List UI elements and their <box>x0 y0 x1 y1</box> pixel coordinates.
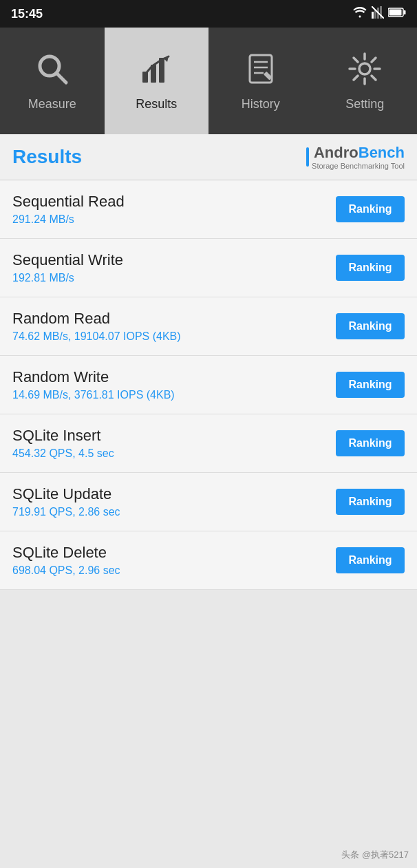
status-icons <box>352 6 406 21</box>
result-row: Sequential Read291.24 MB/sRanking <box>0 180 417 239</box>
ranking-button[interactable]: Ranking <box>336 547 405 573</box>
gear-icon <box>347 51 383 92</box>
battery-icon <box>388 8 406 20</box>
tab-results[interactable]: Results <box>105 28 209 134</box>
ranking-button[interactable]: Ranking <box>336 255 405 281</box>
brand-tagline: Storage Benchmarking Tool <box>312 162 405 170</box>
result-info: Sequential Read291.24 MB/s <box>12 193 336 226</box>
result-name: Random Read <box>12 310 336 328</box>
wifi-icon <box>352 7 367 21</box>
result-value: 719.91 QPS, 2.86 sec <box>12 506 336 518</box>
svg-rect-6 <box>404 10 406 14</box>
ranking-button[interactable]: Ranking <box>336 430 405 456</box>
svg-line-9 <box>56 73 66 83</box>
tab-measure[interactable]: Measure <box>0 28 105 134</box>
result-value: 291.24 MB/s <box>12 213 336 226</box>
tab-results-label: Results <box>136 97 177 112</box>
ranking-button[interactable]: Ranking <box>336 489 405 515</box>
brand-accent-bar <box>306 147 309 167</box>
svg-line-26 <box>372 58 376 62</box>
results-title: Results <box>12 146 82 168</box>
status-bar: 15:45 <box>0 0 417 28</box>
svg-line-27 <box>354 76 358 80</box>
result-info: Random Write14.69 MB/s, 3761.81 IOPS (4K… <box>12 368 336 401</box>
result-row: Random Read74.62 MB/s, 19104.07 IOPS (4K… <box>0 297 417 356</box>
svg-rect-0 <box>372 12 374 19</box>
results-header: Results AndroBench Storage Benchmarking … <box>0 134 417 180</box>
result-value: 74.62 MB/s, 19104.07 IOPS (4KB) <box>12 330 336 343</box>
result-value: 192.81 MB/s <box>12 272 336 284</box>
brand-logo: AndroBench Storage Benchmarking Tool <box>306 144 405 170</box>
result-name: Random Write <box>12 368 336 386</box>
tab-setting-label: Setting <box>345 97 384 112</box>
result-name: SQLite Update <box>12 485 336 503</box>
result-row: SQLite Insert454.32 QPS, 4.5 secRanking <box>0 414 417 473</box>
result-row: Sequential Write192.81 MB/sRanking <box>0 239 417 297</box>
svg-rect-7 <box>389 10 402 16</box>
result-value: 698.04 QPS, 2.96 sec <box>12 564 336 577</box>
result-info: SQLite Update719.91 QPS, 2.86 sec <box>12 485 336 518</box>
chart-icon <box>138 51 174 92</box>
result-name: SQLite Delete <box>12 544 336 562</box>
svg-point-19 <box>359 63 370 74</box>
result-info: SQLite Insert454.32 QPS, 4.5 sec <box>12 427 336 460</box>
svg-line-24 <box>354 58 358 62</box>
result-name: Sequential Read <box>12 193 336 211</box>
ranking-button[interactable]: Ranking <box>336 313 405 339</box>
status-time: 15:45 <box>11 7 43 21</box>
result-row: Random Write14.69 MB/s, 3761.81 IOPS (4K… <box>0 356 417 414</box>
signal-icon <box>372 6 384 21</box>
tab-history-label: History <box>242 97 280 112</box>
result-info: Random Read74.62 MB/s, 19104.07 IOPS (4K… <box>12 310 336 343</box>
brand-bench-text: Bench <box>359 144 405 161</box>
result-info: SQLite Delete698.04 QPS, 2.96 sec <box>12 544 336 577</box>
brand-name: AndroBench <box>312 144 405 162</box>
result-row: SQLite Delete698.04 QPS, 2.96 secRanking <box>0 531 417 590</box>
ranking-button[interactable]: Ranking <box>336 196 405 222</box>
result-name: SQLite Insert <box>12 427 336 445</box>
result-value: 454.32 QPS, 4.5 sec <box>12 447 336 460</box>
results-list: Sequential Read291.24 MB/sRankingSequent… <box>0 180 417 590</box>
result-name: Sequential Write <box>12 251 336 269</box>
ranking-button[interactable]: Ranking <box>336 372 405 398</box>
result-value: 14.69 MB/s, 3761.81 IOPS (4KB) <box>12 389 336 401</box>
tab-measure-label: Measure <box>28 97 76 112</box>
svg-line-25 <box>372 76 376 80</box>
history-icon <box>243 51 279 92</box>
result-info: Sequential Write192.81 MB/s <box>12 251 336 284</box>
result-row: SQLite Update719.91 QPS, 2.86 secRanking <box>0 473 417 531</box>
tab-history[interactable]: History <box>208 28 313 134</box>
tab-bar: Measure Results <box>0 28 417 134</box>
search-icon <box>34 51 70 92</box>
tab-setting[interactable]: Setting <box>313 28 418 134</box>
brand-andro-text: Andro <box>314 144 359 161</box>
watermark: 头条 @执著5217 <box>341 849 409 861</box>
